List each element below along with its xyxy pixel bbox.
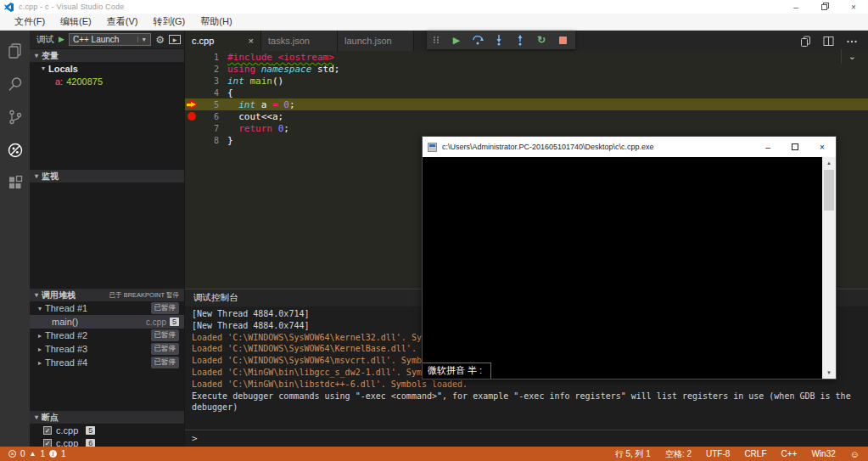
thread-row[interactable]: ▸Thread #3已暂停 (30, 342, 184, 356)
paused-badge: 已暂停 (151, 302, 180, 314)
target-platform[interactable]: Win32 (811, 449, 835, 458)
menu-item[interactable]: 帮助(H) (193, 14, 239, 30)
menu-item[interactable]: 编辑(E) (53, 14, 99, 30)
console-close-button[interactable]: × (809, 137, 836, 157)
code-text: #include <iostream> (219, 52, 334, 63)
breakpoint-margin[interactable] (185, 98, 200, 110)
breakpoint-margin[interactable] (185, 122, 200, 134)
info-icon[interactable]: i (49, 450, 57, 458)
line-number: 4 (200, 88, 219, 98)
hide-panel-chevron-icon[interactable]: ⌄ (841, 49, 863, 64)
activity-bar (0, 31, 30, 447)
program-console-window[interactable]: c:\Users\Administrator.PC-201605101740\D… (422, 136, 837, 379)
scope-name: Locals (48, 64, 78, 74)
tab-launch.json[interactable]: launch.json (338, 31, 414, 51)
source-control-icon[interactable] (5, 107, 25, 127)
debug-toolbar: ▶ ↻ (427, 31, 575, 49)
paused-badge: 已暂停 (151, 357, 180, 368)
thread-row[interactable]: ▸Thread #2已暂停 (30, 329, 184, 342)
continue-button[interactable]: ▶ (451, 34, 462, 46)
watch-pane-body (30, 183, 184, 288)
language-mode[interactable]: C++ (781, 449, 798, 458)
console-title-bar[interactable]: c:\Users\Administrator.PC-201605101740\D… (423, 137, 836, 157)
title-bar: c.cpp - c - Visual Studio Code – × (0, 0, 868, 14)
warning-count[interactable]: 1 (40, 449, 45, 458)
window-title: c.cpp - c - Visual Studio Code (19, 3, 124, 11)
breakpoint-row[interactable]: ✓c.cpp5 (30, 424, 184, 436)
window-minimize-button[interactable]: – (781, 0, 810, 14)
open-changes-icon[interactable] (800, 36, 811, 47)
breakpoint-margin[interactable] (185, 51, 200, 63)
menu-bar: 文件(F)编辑(E)查看(V)转到(G)帮助(H) (0, 14, 868, 31)
callstack-pane-header[interactable]: ▾ 调用堆栈 已于 BREAKPOINT 暂停 (30, 288, 184, 301)
breakpoint-checkbox[interactable]: ✓ (43, 439, 52, 447)
cursor-position[interactable]: 行 5, 列 1 (615, 448, 651, 460)
tab-tasks.json[interactable]: tasks.json (261, 31, 338, 51)
encoding-setting[interactable]: UTF-8 (706, 449, 730, 458)
breakpoint-margin[interactable] (185, 87, 200, 98)
window-restore-button[interactable] (810, 0, 839, 14)
launch-config-select[interactable]: C++ Launch▼ (69, 33, 151, 46)
info-count[interactable]: 1 (61, 449, 66, 458)
twisty-icon: ▾ (35, 52, 38, 59)
scope-row[interactable]: ▾Locals (30, 62, 184, 75)
explorer-icon[interactable] (5, 41, 25, 61)
stop-button[interactable] (557, 34, 568, 46)
window-close-button[interactable]: × (839, 0, 868, 14)
thread-row[interactable]: ▸Thread #4已暂停 (30, 356, 184, 369)
menu-item[interactable]: 转到(G) (145, 14, 193, 30)
stack-frame-row[interactable]: main()c.cpp5 (30, 315, 184, 329)
line-number: 3 (200, 76, 219, 86)
variable-name: a: (55, 76, 63, 87)
console-minimize-button[interactable]: – (754, 137, 781, 157)
restart-button[interactable]: ↻ (535, 34, 547, 46)
step-into-button[interactable] (493, 34, 505, 46)
menu-item[interactable]: 查看(V) (99, 14, 146, 30)
debug-sidebar-header: 调试 ▶ C++ Launch▼ ⚙ ▶ (30, 31, 184, 48)
code-line: 3int main() (185, 75, 868, 87)
scroll-up-arrow-icon[interactable]: ▲ (822, 157, 836, 169)
code-text: { (219, 87, 233, 98)
configure-gear-icon[interactable]: ⚙ (155, 35, 165, 45)
close-icon[interactable]: × (249, 36, 254, 46)
console-line: Loaded 'C:\MinGW\bin\libstdc++-6.dll'. S… (192, 379, 860, 391)
console-title: c:\Users\Administrator.PC-201605101740\D… (442, 143, 654, 151)
more-actions-icon[interactable] (846, 36, 858, 47)
split-editor-icon[interactable] (823, 36, 834, 47)
search-icon[interactable] (5, 74, 25, 94)
twisty-icon: ▸ (38, 332, 42, 340)
feedback-smiley-icon[interactable]: ☺ (850, 449, 860, 459)
eol-setting[interactable]: CRLF (744, 449, 766, 458)
scrollbar-thumb[interactable] (824, 170, 834, 211)
console-scrollbar[interactable]: ▲ ▼ (822, 157, 836, 379)
code-line: 2using namespace std; (185, 63, 868, 75)
step-out-button[interactable] (514, 34, 526, 46)
toolbar-drag-handle[interactable] (434, 37, 440, 43)
error-count[interactable]: 0 (20, 449, 25, 458)
menu-item[interactable]: 文件(F) (7, 14, 53, 30)
thread-row[interactable]: ▾Thread #1已暂停 (30, 301, 184, 315)
extensions-icon[interactable] (5, 173, 25, 194)
breakpoint-margin[interactable] (185, 75, 200, 87)
breakpoint-checkbox[interactable]: ✓ (43, 426, 52, 435)
breakpoint-margin[interactable] (185, 110, 200, 122)
errors-icon[interactable]: × (8, 450, 16, 458)
debug-console-toggle-icon[interactable]: ▶ (169, 35, 181, 44)
breakpoints-pane-header[interactable]: ▾ 断点 (30, 410, 184, 424)
code-line: 1#include <iostream> (185, 51, 868, 63)
tab-c.cpp[interactable]: c.cpp× (185, 31, 261, 51)
warnings-icon[interactable]: ▲ (30, 451, 36, 458)
breakpoint-margin[interactable] (185, 134, 200, 146)
debug-icon[interactable] (5, 140, 25, 160)
console-maximize-button[interactable] (781, 137, 809, 157)
variable-row[interactable]: a:4200875 (30, 75, 184, 87)
start-debug-button[interactable]: ▶ (59, 36, 64, 43)
debug-console-input[interactable]: > (185, 430, 868, 447)
breakpoint-margin[interactable] (185, 63, 200, 75)
variables-pane-header[interactable]: ▾ 变量 (30, 48, 184, 62)
panel-tab-debug-console[interactable]: 调试控制台 (193, 292, 238, 304)
watch-pane-header[interactable]: ▾ 监视 (30, 169, 184, 183)
step-over-button[interactable] (472, 34, 484, 46)
scroll-down-arrow-icon[interactable]: ▼ (822, 367, 836, 379)
indentation-setting[interactable]: 空格: 2 (665, 448, 692, 460)
